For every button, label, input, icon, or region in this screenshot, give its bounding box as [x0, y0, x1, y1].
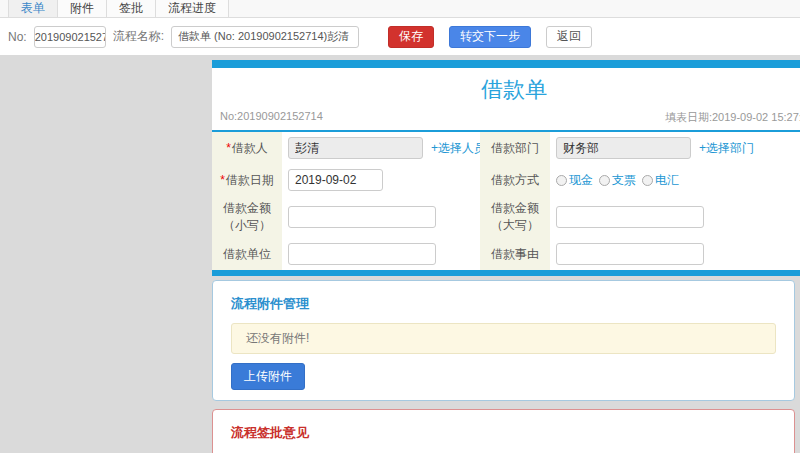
- select-person-link[interactable]: +选择人员: [431, 140, 486, 157]
- amount-lower-label: 借款金额（小写）: [212, 196, 282, 238]
- amount-upper-field: [550, 196, 800, 238]
- radio-circle-icon[interactable]: [599, 175, 610, 186]
- department-field: +选择部门: [550, 132, 800, 164]
- borrower-field: +选择人员: [282, 132, 480, 164]
- upload-attachment-button[interactable]: 上传附件: [231, 363, 305, 390]
- page-content: 借款单 No:20190902152714 填表日期:2019-09-02 15…: [0, 55, 800, 453]
- radio-circle-icon[interactable]: [642, 175, 653, 186]
- department-input[interactable]: [556, 137, 691, 159]
- borrower-label: *借款人: [212, 132, 282, 164]
- amount-upper-label: 借款金额（大写）: [480, 196, 550, 238]
- loan-reason-field: [550, 238, 800, 270]
- tab-form[interactable]: 表单: [8, 0, 58, 17]
- borrower-input[interactable]: [288, 137, 423, 159]
- attachments-panel: 流程附件管理 还没有附件! 上传附件: [212, 280, 795, 401]
- loan-reason-label: 借款事由: [480, 238, 550, 270]
- approval-title: 流程签批意见: [231, 424, 776, 442]
- tab-bar: 表单 附件 签批 流程进度: [0, 0, 800, 18]
- form-meta: No:20190902152714 填表日期:2019-09-02 15:27:…: [212, 110, 800, 132]
- loan-date-field: [282, 164, 480, 196]
- required-asterisk: *: [226, 141, 231, 155]
- no-label: No:: [8, 30, 27, 44]
- attachments-title: 流程附件管理: [231, 295, 776, 313]
- form-title: 借款单: [212, 75, 800, 105]
- loan-date-input[interactable]: [288, 169, 383, 191]
- next-step-button[interactable]: 转交下一步: [449, 26, 531, 48]
- save-button[interactable]: 保存: [388, 26, 434, 48]
- back-button[interactable]: 返回: [546, 26, 592, 48]
- radio-check[interactable]: 支票: [599, 172, 636, 189]
- loan-method-field: 现金 支票 电汇: [550, 164, 800, 196]
- department-label: 借款部门: [480, 132, 550, 164]
- radio-wire[interactable]: 电汇: [642, 172, 679, 189]
- loan-unit-field: [282, 238, 480, 270]
- fill-date: 填表日期:2019-09-02 15:27:1: [665, 110, 800, 125]
- tab-approval[interactable]: 签批: [107, 0, 156, 17]
- form-grid: *借款人 +选择人员 借款部门 +选择部门 *借款日期 借款方: [212, 132, 800, 270]
- no-attachments-alert: 还没有附件!: [231, 323, 776, 354]
- amount-lower-input[interactable]: [288, 206, 436, 228]
- no-input[interactable]: [34, 26, 106, 48]
- process-name-label: 流程名称:: [113, 28, 164, 45]
- toolbar: No: 流程名称: 保存 转交下一步 返回: [0, 18, 800, 55]
- loan-date-label: *借款日期: [212, 164, 282, 196]
- select-department-link[interactable]: +选择部门: [699, 140, 754, 157]
- loan-unit-label: 借款单位: [212, 238, 282, 270]
- loan-unit-input[interactable]: [288, 243, 436, 265]
- loan-form-panel: 借款单 No:20190902152714 填表日期:2019-09-02 15…: [212, 60, 800, 276]
- radio-circle-icon[interactable]: [556, 175, 567, 186]
- loan-reason-input[interactable]: [556, 243, 704, 265]
- loan-method-label: 借款方式: [480, 164, 550, 196]
- tab-attachments[interactable]: 附件: [58, 0, 107, 17]
- approval-panel: 流程签批意见 B I abc A: [212, 409, 795, 453]
- process-name-input[interactable]: [171, 26, 359, 48]
- amount-upper-input[interactable]: [556, 206, 704, 228]
- amount-lower-field: [282, 196, 480, 238]
- doc-number: No:20190902152714: [220, 110, 323, 125]
- tab-process-progress[interactable]: 流程进度: [156, 0, 229, 17]
- required-asterisk: *: [220, 173, 225, 187]
- radio-cash[interactable]: 现金: [556, 172, 593, 189]
